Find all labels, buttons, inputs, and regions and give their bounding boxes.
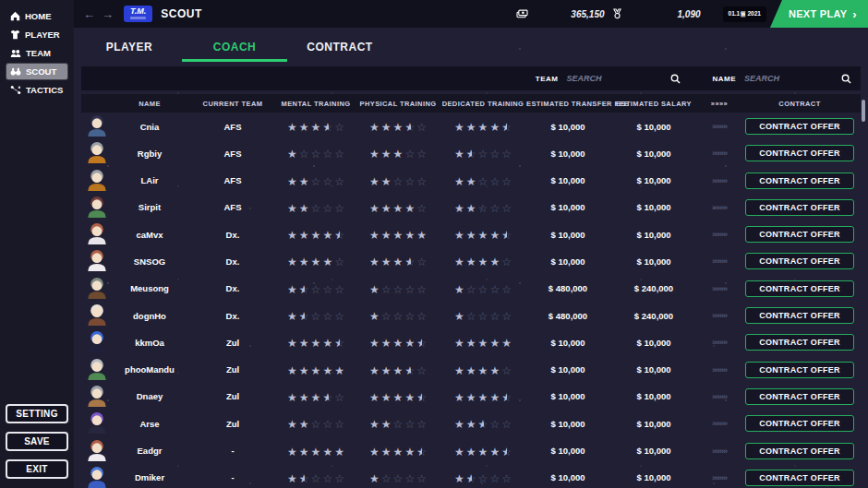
team-search-input[interactable] — [566, 74, 662, 83]
more-indicator[interactable]: »»»» — [698, 122, 741, 131]
table-row: phooMandu Zul ★★★★★ ★★★☆★☆ ★★★★☆ $ 10,00… — [81, 356, 861, 383]
setting-button[interactable]: SETTING — [6, 404, 68, 423]
mental-training-stars: ★★☆☆☆ — [275, 199, 356, 216]
star-icon: ★ — [299, 419, 309, 430]
game-logo: T.M. — [124, 6, 152, 23]
mental-training-stars: ★★★☆★☆ — [275, 118, 356, 135]
star-icon: ★ — [404, 338, 415, 349]
name-search-input[interactable] — [744, 74, 833, 83]
contract-offer-button[interactable]: CONTRACT OFFER — [745, 118, 854, 135]
contract-offer-button[interactable]: CONTRACT OFFER — [745, 443, 854, 459]
star-icon: ☆ — [466, 311, 476, 322]
tab-coach[interactable]: COACH — [182, 33, 287, 62]
star-icon: ☆★ — [416, 446, 427, 458]
sidebar-item-team[interactable]: TEAM — [6, 44, 68, 62]
star-icon: ★ — [322, 338, 332, 349]
star-icon: ★ — [466, 122, 476, 133]
star-icon: ★ — [311, 230, 321, 241]
physical-training-stars: ★★★☆★☆ — [356, 362, 440, 378]
contract-offer-button[interactable]: CONTRACT OFFER — [745, 362, 854, 378]
sidebar-item-player[interactable]: PLAYER — [6, 26, 68, 43]
save-button[interactable]: SAVE — [6, 432, 68, 451]
contract-offer-button[interactable]: CONTRACT OFFER — [745, 226, 854, 243]
star-icon: ☆ — [334, 392, 344, 403]
contract-offer-button[interactable]: CONTRACT OFFER — [745, 173, 854, 189]
back-arrow-button[interactable]: ← — [83, 7, 95, 21]
contract-offer-button[interactable]: CONTRACT OFFER — [745, 470, 854, 486]
more-indicator[interactable]: »»»» — [698, 473, 741, 482]
more-indicator[interactable]: »»»» — [698, 230, 741, 239]
mental-training-stars: ★☆★☆☆☆ — [275, 280, 356, 297]
star-icon: ★ — [393, 122, 404, 133]
contract-offer-button[interactable]: CONTRACT OFFER — [745, 388, 854, 405]
star-icon: ★ — [466, 338, 476, 349]
contract-offer-button[interactable]: CONTRACT OFFER — [745, 334, 854, 351]
star-icon: ☆ — [334, 311, 344, 322]
star-icon: ★ — [478, 122, 488, 133]
more-indicator[interactable]: »»»» — [698, 419, 741, 428]
tab-player[interactable]: PLAYER — [77, 33, 182, 62]
more-indicator[interactable]: »»»» — [698, 256, 741, 266]
more-indicator[interactable]: »»»» — [698, 284, 741, 293]
star-icon: ☆ — [311, 149, 321, 160]
tab-contract[interactable]: CONTRACT — [287, 33, 392, 62]
contract-offer-button[interactable]: CONTRACT OFFER — [745, 307, 854, 324]
mental-training-stars: ★★★★☆★ — [275, 226, 356, 243]
forward-arrow-button[interactable]: → — [102, 7, 114, 21]
coach-name: Sirpit — [109, 202, 190, 212]
more-indicator[interactable]: »»»» — [698, 338, 741, 347]
contract-offer-button[interactable]: CONTRACT OFFER — [745, 280, 854, 297]
star-icon: ★ — [287, 284, 297, 295]
star-icon: ★ — [369, 311, 380, 322]
star-icon: ★ — [287, 122, 297, 133]
sidebar-item-label: SCOUT — [26, 66, 56, 77]
more-indicator[interactable]: »»»» — [698, 176, 741, 185]
home-icon — [10, 11, 20, 21]
star-icon: ★ — [404, 203, 415, 214]
contract-offer-button[interactable]: CONTRACT OFFER — [745, 415, 854, 432]
star-icon: ☆★ — [404, 256, 415, 268]
more-indicator[interactable]: »»»» — [698, 311, 741, 320]
star-icon: ★ — [287, 311, 297, 322]
star-icon: ★ — [454, 122, 464, 133]
star-icon: ★ — [299, 392, 309, 403]
star-icon: ★ — [393, 365, 404, 376]
star-icon: ☆ — [501, 149, 512, 160]
sidebar-bottom-buttons: SETTING SAVE EXIT — [6, 396, 68, 479]
star-icon: ☆ — [501, 203, 512, 214]
dedicated-training-stars: ★☆☆☆☆ — [440, 307, 526, 324]
sidebar-item-label: TEAM — [26, 48, 51, 58]
scrollbar-thumb[interactable] — [862, 100, 865, 122]
star-icon: ☆ — [466, 284, 476, 295]
more-indicator[interactable]: »»»» — [698, 392, 741, 401]
exit-button[interactable]: EXIT — [6, 459, 68, 479]
avatar — [85, 194, 109, 218]
contract-offer-button[interactable]: CONTRACT OFFER — [745, 145, 854, 161]
more-indicator[interactable]: »»»» — [698, 365, 741, 375]
star-icon: ★ — [381, 256, 392, 268]
next-play-button[interactable]: NEXT PLAY › — [770, 0, 868, 28]
physical-training-stars: ★★★★☆★ — [356, 443, 440, 459]
mental-training-stars: ★★★★★ — [275, 362, 356, 378]
coach-team: - — [190, 446, 275, 456]
star-icon: ★ — [381, 338, 392, 349]
more-indicator[interactable]: »»»» — [698, 203, 741, 212]
sidebar-item-scout[interactable]: SCOUT — [6, 63, 68, 80]
contract-offer-button[interactable]: CONTRACT OFFER — [745, 253, 854, 269]
star-icon: ★ — [393, 256, 404, 268]
physical-training-stars: ★★☆☆☆ — [356, 173, 440, 189]
sidebar-item-home[interactable]: HOME — [6, 7, 68, 25]
coach-team: Dx. — [190, 230, 275, 240]
search-bar: TEAM NAME — [81, 66, 861, 90]
contract-offer-button[interactable]: CONTRACT OFFER — [745, 199, 854, 216]
star-icon: ☆ — [489, 284, 500, 295]
search-icon[interactable] — [841, 74, 851, 84]
more-indicator[interactable]: »»»» — [698, 149, 741, 158]
sidebar-item-tactics[interactable]: TACTICS — [6, 81, 68, 99]
star-icon: ★ — [299, 256, 309, 268]
star-icon: ★ — [322, 256, 332, 268]
star-icon: ☆ — [416, 284, 427, 295]
more-indicator[interactable]: »»»» — [698, 446, 741, 456]
star-icon: ★ — [369, 149, 380, 160]
search-icon[interactable] — [670, 74, 681, 84]
